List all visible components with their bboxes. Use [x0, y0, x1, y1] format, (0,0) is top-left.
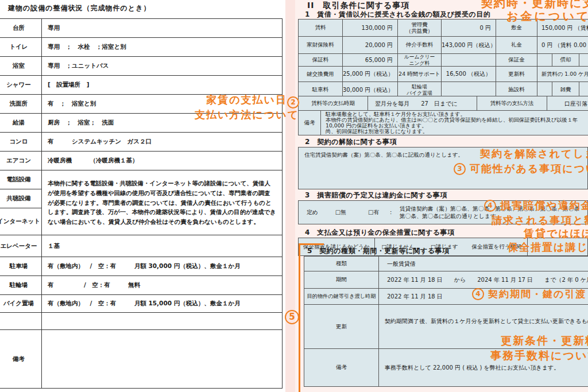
row-label: インターネット [0, 208, 42, 235]
section-3-heading: 3 損害賠償の予定又は違約金に関する事項 [305, 191, 447, 200]
annotation-contract-fees-line2: お金について [506, 10, 588, 23]
table-row: トイレ専用 ； 水栓 ；浴室と別 [0, 38, 283, 57]
row-value: 一般賃貸借 [379, 257, 588, 271]
row-label: 洗面所 [0, 95, 42, 114]
circled-number-3: 3 [454, 163, 466, 175]
fee-value [579, 54, 588, 67]
row-value [42, 330, 283, 389]
row-label: 電話設備 [0, 170, 42, 189]
fee-label: 管理費 （共益費） [398, 20, 442, 37]
row-label: シャワー [0, 76, 42, 95]
row-label: 期間 [304, 271, 379, 289]
annotation-contract-fees-line1: 契約時・更新時に支払う [481, 0, 588, 10]
table-row: シャワー[ 設置場所 ] [0, 76, 283, 95]
notes-text: 駐車場敷金として、駐車料１ケ月分をお支払い頂きます。 本物件の賃貸借契約にあたり… [321, 111, 588, 135]
fee-label: 24 時間サポート [398, 67, 442, 82]
fee-label: 保証料 [299, 54, 343, 67]
table-row: コンロ有 システムキッチン ガス２口 [0, 133, 283, 152]
colon: ： [388, 209, 394, 216]
annotation-cancellation-line2: 3可能性がある事項につい [454, 163, 588, 175]
table-row: 浴室専用 ；ユニットバス [0, 57, 283, 76]
annotation-rent-payment: 家賃の支払い日2 支払い方法について [195, 94, 299, 121]
fee-value [537, 54, 552, 67]
money-notes-table: 備考 駐車場敷金として、駐車料１ケ月分をお支払い頂きます。 本物件の賃貸借契約に… [298, 110, 588, 135]
section-5-bracket-arm [299, 243, 324, 245]
annotation-damages-line1: 4損害賠償や違約金を [484, 200, 588, 212]
row-label: バイク置場 [0, 295, 42, 313]
row-value: 有（敷地内） / 空：有 月額 30,000 円（税込）、敷金１か月 [42, 257, 283, 276]
annotation-damages-line2: 請求される事項と額につ [492, 215, 588, 227]
circled-number-4: 4 [484, 200, 496, 212]
fee-value: 20,000 円 [343, 37, 398, 54]
sadame-label: 定め [307, 209, 318, 216]
checkbox-exists: □有 [368, 209, 379, 216]
annotation-renewal-line2: 事務手数料について [490, 350, 588, 362]
row-label: エレベーター [0, 235, 42, 257]
fee-label: 保証金 [496, 54, 537, 67]
money-table: 賃料130,000 円 管理費 （共益費）0 円 敷金150,000 円 （賃料… [298, 19, 588, 98]
table-row: 台所専用 [0, 19, 283, 38]
table-row: 保証料65,000 円 ルームクリー ニング料 保証金 償却 [299, 54, 588, 67]
fee-label: 礼金 [496, 37, 537, 54]
fee-value: 16,500 （税込） [442, 67, 496, 82]
checkbox-none: □無 [335, 209, 346, 216]
row-label: 給湯 [0, 114, 42, 133]
fee-label: ルームクリー ニング料 [398, 54, 442, 67]
row-label: 共聴設備 [0, 189, 42, 208]
table-row: 備考 [0, 330, 283, 389]
circled-number-2: 2 [287, 96, 299, 108]
row-label: 備考 [304, 349, 379, 387]
table-row [0, 313, 283, 330]
row-label: エアコン [0, 152, 42, 170]
fee-label: 更新料 [496, 67, 537, 82]
table-row: エアコン冷暖房機 （冷暖房機１基） [0, 152, 283, 170]
row-label: 種類 [304, 257, 379, 271]
annotation-renewal-line1: 更新条件・更新料 [501, 335, 588, 347]
payment-method-value: 口座引落 [547, 96, 588, 111]
table-row: 賃料等の支払時期 翌月分を毎月 27 日までに 賃料等の支払方法 口座引落 [299, 96, 588, 111]
section-1-heading: 1 賃借・賃借以外に授受される金銭の額及び授受の目的 [305, 10, 490, 20]
fee-value [442, 54, 496, 67]
fee-label: 償却 [552, 54, 579, 67]
annotation-cancellation-line1: 契約を解除されてしまう [480, 148, 588, 160]
payment-timing-value: 翌月分を毎月 27 日までに [368, 96, 477, 111]
annotation-rent-payment-line1: 家賃の支払い日2 [195, 94, 299, 108]
row-value: 冷暖房機 （冷暖房機１基） [42, 152, 283, 170]
row-label: 浴室 [0, 57, 42, 76]
section-2-heading: 2 契約の解除に関する事項 [305, 137, 397, 147]
payment-timing-label: 賃料等の支払時期 [299, 96, 368, 111]
row-label [0, 313, 42, 330]
shared-equipment-note: 本物件に関する電話設備・共聴設備・インターネット等の諸設備について、賃借人が使用… [42, 170, 283, 235]
fee-label: 鍵交換費用 [299, 67, 343, 82]
row-label: 駐輪場 [0, 276, 42, 295]
fee-value: 新賃料の 1.00 ケ月分 [537, 67, 588, 82]
row-label: 駐車場 [0, 257, 42, 276]
fee-value: 65,000 円 [343, 54, 398, 67]
circled-number-5: 5 [285, 310, 299, 324]
row-label: トイレ [0, 38, 42, 57]
table-row: 種類 一般賃貸借 [304, 257, 588, 271]
annotation-rent-payment-line2: 支払い方法について [195, 108, 299, 121]
table-row: 駐車場有（敷地内） / 空：有 月額 30,000 円（税込）、敷金１か月 [0, 257, 283, 276]
table-row: 家財保険料20,000 円 仲介手数料143,000 円（税込） 礼金0 円 （… [299, 37, 588, 54]
section-4-heading: 4 支払金又は預り金の保全措置に関する事項 [305, 228, 455, 238]
equipment-table: 台所専用 トイレ専用 ； 水栓 ；浴室と別 浴室専用 ；ユニットバス シャワー[… [0, 18, 283, 389]
row-label: 更新 [304, 305, 379, 349]
notes-label: 備考 [299, 111, 321, 135]
fee-label: 賃料 [299, 20, 343, 37]
row-value [42, 313, 283, 330]
row-value: 有 システムキッチン ガス２口 [42, 133, 283, 152]
fee-label: 家財保険料 [299, 37, 343, 54]
fee-value: 0 円 [442, 20, 496, 37]
table-row: 鍵交換費用25,000 円（税込） 24 時間サポート16,500 （税込） 更… [299, 67, 588, 82]
row-label: 備考 [0, 330, 42, 389]
row-value: 有 / 空：有 無料 [42, 276, 283, 295]
table-row: 電話設備 本物件に関する電話設備・共聴設備・インターネット等の諸設備について、賃… [0, 170, 283, 189]
fee-value: 0 円 （賃料 0.00 ヶ [537, 37, 588, 54]
annotation-safeguard-line2: 保全措置は講じられま [508, 242, 588, 254]
section-5-heading: 5 契約の種類・期間・更新等に関する事項 [307, 246, 449, 256]
fee-value: 25,000 円（税込） [343, 67, 398, 82]
row-value: 専用 ；ユニットバス [42, 57, 283, 76]
row-label: 台所 [0, 19, 42, 38]
fee-value: 143,000 円（税込） [442, 37, 496, 54]
